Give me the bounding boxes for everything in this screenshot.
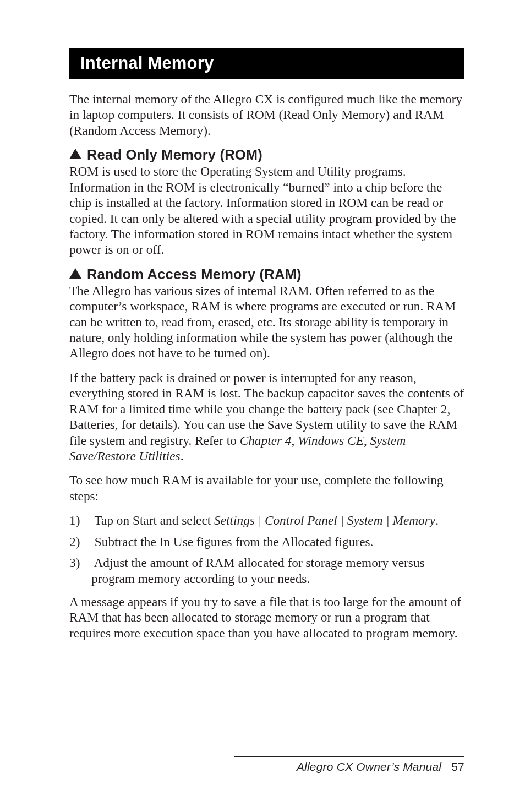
- footer-title: Allegro CX Owner’s Manual: [297, 760, 441, 773]
- triangle-icon: [69, 268, 81, 279]
- step-1-part-b: .: [435, 513, 439, 527]
- rom-paragraph-1: ROM is used to store the Operating Syste…: [69, 164, 464, 258]
- triangle-icon: [69, 149, 81, 159]
- ram-paragraph-4: A message appears if you try to save a f…: [69, 594, 464, 641]
- step-1-emphasis: Settings | Control Panel | System | Memo…: [214, 513, 435, 527]
- page: Internal Memory The internal memory of t…: [0, 0, 525, 812]
- footer-line: Allegro CX Owner’s Manual57: [69, 760, 464, 773]
- step-1-part-a: Tap on Start and select: [94, 513, 214, 527]
- ram-paragraph-3: To see how much RAM is available for you…: [69, 472, 464, 504]
- footer-rule: [234, 756, 464, 757]
- ram-paragraph-1: The Allegro has various sizes of interna…: [69, 283, 464, 361]
- ram-heading: Random Access Memory (RAM): [69, 266, 464, 282]
- section-banner: Internal Memory: [69, 48, 464, 79]
- page-number: 57: [451, 760, 464, 773]
- rom-heading: Read Only Memory (ROM): [69, 147, 464, 163]
- page-footer: Allegro CX Owner’s Manual57: [69, 756, 464, 773]
- rom-heading-text: Read Only Memory (ROM): [87, 147, 262, 162]
- ram-p2-part-b: .: [181, 449, 184, 463]
- list-item: Adjust the amount of RAM allocated for s…: [69, 555, 464, 586]
- section-title: Internal Memory: [80, 53, 214, 73]
- list-item: Subtract the In Use figures from the All…: [69, 534, 464, 549]
- ram-heading-text: Random Access Memory (RAM): [87, 266, 302, 282]
- intro-paragraph: The internal memory of the Allegro CX is…: [69, 91, 464, 138]
- steps-list: Tap on Start and select Settings | Contr…: [69, 513, 464, 586]
- step-2-text: Subtract the In Use figures from the All…: [95, 535, 374, 549]
- ram-paragraph-2: If the battery pack is drained or power …: [69, 370, 464, 464]
- list-item: Tap on Start and select Settings | Contr…: [69, 513, 464, 528]
- step-3-text: Adjust the amount of RAM allocated for s…: [91, 555, 425, 585]
